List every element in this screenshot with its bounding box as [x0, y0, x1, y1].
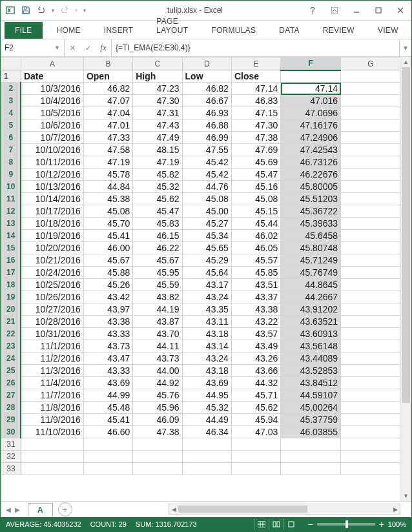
cell[interactable]: 45.80005 [281, 181, 341, 193]
cell[interactable] [341, 144, 401, 156]
cell[interactable] [341, 451, 401, 463]
cell[interactable]: 47.04 [83, 107, 132, 119]
cell[interactable]: 45.08 [231, 193, 280, 205]
cell[interactable]: 11/7/2016 [21, 389, 83, 402]
cell[interactable]: 46.73126 [281, 156, 341, 169]
col-header-F[interactable]: F [281, 57, 341, 70]
cell[interactable] [341, 377, 401, 389]
cell[interactable]: 10/28/2016 [21, 316, 83, 328]
cell[interactable]: 45.47 [231, 169, 280, 181]
scroll-thumb-v[interactable] [402, 67, 410, 403]
cell[interactable]: 43.73 [133, 353, 182, 365]
cell[interactable]: 43.22 [231, 316, 280, 328]
cell[interactable]: 46.05 [231, 242, 280, 254]
cell[interactable]: 43.35 [182, 303, 231, 316]
cell[interactable] [341, 365, 401, 377]
redo-dropdown-icon[interactable]: ▼ [73, 3, 79, 17]
row-header[interactable]: 4 [1, 107, 21, 119]
cell[interactable]: 45.80748 [281, 242, 341, 254]
cell[interactable] [83, 451, 132, 463]
sheet-tab-active[interactable]: A [28, 503, 53, 517]
cell[interactable] [231, 451, 280, 463]
col-header-E[interactable]: E [231, 57, 280, 70]
cell[interactable]: 46.34 [182, 426, 231, 438]
cell[interactable]: 10/18/2016 [21, 218, 83, 230]
maximize-icon[interactable] [367, 3, 389, 18]
cell[interactable] [21, 438, 83, 451]
cell[interactable] [341, 279, 401, 291]
cell[interactable]: 45.82 [133, 169, 182, 181]
cell[interactable]: 43.47 [83, 353, 132, 365]
cell[interactable]: 45.95 [133, 267, 182, 279]
cell[interactable]: 45.57 [231, 254, 280, 267]
cell[interactable] [182, 451, 231, 463]
cell[interactable]: 45.51203 [281, 193, 341, 205]
cell[interactable]: 47.14 [281, 83, 341, 95]
accept-formula-icon[interactable]: ✓ [80, 44, 96, 52]
cell[interactable]: 45.76749 [281, 267, 341, 279]
cell[interactable]: 44.92 [133, 377, 182, 389]
cell[interactable]: 45.88 [83, 267, 132, 279]
cell[interactable]: 43.24 [182, 353, 231, 365]
cell[interactable]: 45.67 [133, 254, 182, 267]
cell[interactable]: 44.49 [182, 414, 231, 426]
cell[interactable]: 10/14/2016 [21, 193, 83, 205]
cell[interactable]: 47.24906 [281, 132, 341, 144]
cell[interactable]: 47.07 [83, 95, 132, 107]
col-header-D[interactable]: D [182, 57, 231, 70]
cell[interactable] [133, 438, 182, 451]
cell[interactable]: Low [182, 70, 231, 83]
cell[interactable]: 45.42 [182, 156, 231, 169]
cell[interactable] [341, 402, 401, 414]
cell[interactable] [341, 254, 401, 267]
cell[interactable]: 47.31 [133, 107, 182, 119]
zoom-in-icon[interactable]: + [379, 519, 384, 529]
cell[interactable]: 10/17/2016 [21, 205, 83, 218]
row-header[interactable]: 33 [1, 463, 21, 475]
cell[interactable] [133, 451, 182, 463]
cell[interactable] [341, 181, 401, 193]
cell[interactable]: 47.19 [83, 156, 132, 169]
cell[interactable]: 45.76 [133, 389, 182, 402]
cell[interactable]: 47.03 [231, 426, 280, 438]
cell[interactable]: 45.85 [231, 267, 280, 279]
row-header[interactable]: 2 [1, 83, 21, 95]
cell[interactable]: 43.26 [231, 353, 280, 365]
cell[interactable] [281, 463, 341, 475]
cell[interactable] [231, 438, 280, 451]
cell[interactable]: 46.09 [133, 414, 182, 426]
cell[interactable] [341, 316, 401, 328]
cell[interactable] [231, 463, 280, 475]
cell[interactable]: 44.95 [182, 389, 231, 402]
cell[interactable]: 45.71 [231, 389, 280, 402]
cell[interactable] [281, 438, 341, 451]
cell[interactable] [341, 426, 401, 438]
cell[interactable]: 43.82 [133, 291, 182, 303]
cell[interactable]: 47.42543 [281, 144, 341, 156]
row-header[interactable]: 32 [1, 451, 21, 463]
cell[interactable]: 47.016 [281, 95, 341, 107]
cell[interactable]: Date [21, 70, 83, 83]
save-icon[interactable] [19, 3, 33, 17]
cell[interactable]: 45.08 [182, 193, 231, 205]
cell[interactable]: 11/4/2016 [21, 377, 83, 389]
cell[interactable]: 45.34 [182, 230, 231, 242]
cell[interactable] [341, 414, 401, 426]
cell[interactable]: 45.15 [231, 205, 280, 218]
cell[interactable]: 46.82 [182, 83, 231, 95]
cell[interactable]: 11/8/2016 [21, 402, 83, 414]
view-page-layout-icon[interactable] [269, 519, 283, 529]
cell[interactable]: 45.70 [83, 218, 132, 230]
scroll-thumb-h[interactable] [178, 506, 307, 513]
tab-view[interactable]: VIEW [369, 23, 407, 39]
cell[interactable] [182, 438, 231, 451]
tab-review[interactable]: REVIEW [314, 23, 364, 39]
cell[interactable]: 43.52853 [281, 365, 341, 377]
tab-page-layout[interactable]: PAGE LAYOUT [147, 14, 197, 39]
cell[interactable]: 45.44 [231, 218, 280, 230]
cell[interactable]: 47.15 [231, 107, 280, 119]
cell[interactable] [21, 451, 83, 463]
row-header[interactable]: 14 [1, 230, 21, 242]
cell[interactable]: 45.47 [133, 205, 182, 218]
cell[interactable]: 10/26/2016 [21, 291, 83, 303]
